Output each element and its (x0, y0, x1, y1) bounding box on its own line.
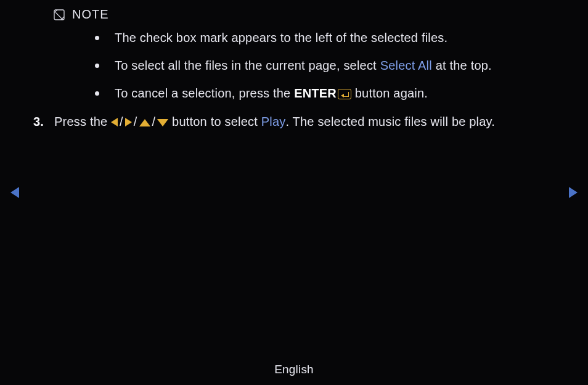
note-label: NOTE (72, 7, 109, 22)
separator: / (118, 112, 125, 131)
list-item: To select all the files in the current p… (95, 57, 555, 75)
play-term: Play (261, 115, 286, 128)
list-item: To cancel a selection, press the ENTER b… (95, 85, 555, 102)
bullet-text: The check box mark appears to the left o… (115, 31, 447, 44)
step-text-mid: button to select (168, 115, 261, 128)
up-arrow-icon (139, 119, 150, 126)
bullet-text-post: at the top. (432, 59, 492, 72)
bullet-text-pre: To select all the files in the current p… (115, 59, 380, 72)
select-all-term: Select All (380, 59, 432, 72)
note-icon (54, 9, 65, 20)
bullet-text-pre: To cancel a selection, press the (115, 86, 294, 100)
left-arrow-icon (111, 118, 118, 126)
right-arrow-icon (125, 118, 132, 126)
manual-page-content: NOTE The check box mark appears to the l… (33, 7, 555, 131)
step-text-pre: Press the (54, 115, 111, 128)
list-item: The check box mark appears to the left o… (95, 29, 555, 47)
enter-button-icon (338, 89, 351, 99)
note-bullet-list: The check box mark appears to the left o… (95, 29, 555, 102)
separator: / (132, 112, 139, 131)
enter-term: ENTER (294, 86, 337, 100)
step-3: 3. Press the / / / button to select Play… (33, 112, 533, 131)
down-arrow-icon (157, 119, 168, 126)
step-number: 3. (33, 112, 44, 131)
step-text-post: . The selected music files will be play. (285, 115, 495, 128)
next-page-arrow[interactable] (569, 187, 578, 198)
note-header: NOTE (54, 7, 555, 22)
language-footer: English (0, 363, 588, 376)
bullet-text-post: button again. (351, 86, 428, 100)
prev-page-arrow[interactable] (10, 187, 19, 198)
separator: / (150, 112, 158, 131)
